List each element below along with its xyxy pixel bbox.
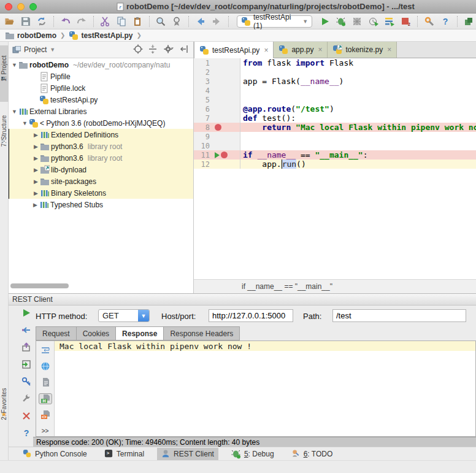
editor-breadcrumb[interactable]: if __name__ == "__main__" — [194, 279, 476, 293]
settings-button[interactable] — [422, 15, 436, 28]
chevron-right-icon[interactable]: ▶ — [33, 132, 39, 138]
chevron-down-icon[interactable]: ▼ — [11, 62, 18, 68]
code-line[interactable]: 1from flask import Flask — [194, 58, 476, 67]
tree-row[interactable]: ▶Typeshed Stubs — [9, 199, 193, 210]
wrench-button[interactable] — [21, 394, 31, 406]
chevron-right-icon[interactable]: ▶ — [33, 179, 39, 185]
editor-tab[interactable]: app.py× — [274, 42, 328, 58]
line-number[interactable]: 8 — [194, 123, 210, 132]
text-view-button[interactable] — [39, 377, 52, 387]
code-line[interactable]: 6@app.route("/test") — [194, 104, 476, 113]
debug-button[interactable] — [334, 15, 348, 28]
chevron-right-icon[interactable]: ▶ — [33, 155, 39, 161]
breadcrumb-item[interactable]: robotDemo — [5, 31, 56, 40]
coverage-data-button[interactable] — [382, 15, 396, 28]
submit-button[interactable] — [21, 308, 31, 320]
run-configuration-select[interactable]: testRestApi (1)▼ — [237, 15, 312, 28]
code-line[interactable]: 11if __name__ == "__main__": — [194, 150, 476, 160]
more-button[interactable]: >> — [39, 426, 52, 436]
chevron-right-icon[interactable]: ▶ — [33, 167, 39, 173]
code-line[interactable]: 9 — [194, 132, 476, 141]
tool-window-button-terminal[interactable]: >Terminal — [100, 448, 148, 460]
tree-row[interactable]: ▶python3.6library root — [9, 140, 193, 152]
tree-row[interactable]: ▼External Libraries — [9, 106, 193, 117]
line-number[interactable]: 11 — [194, 151, 210, 160]
cut-button[interactable] — [98, 15, 112, 28]
paste-button[interactable] — [130, 15, 144, 28]
editor-gutter[interactable]: 2 — [194, 67, 240, 77]
code-line[interactable]: 5 — [194, 95, 476, 104]
gear-button[interactable] — [163, 44, 175, 56]
tree-row[interactable]: ▶lib-dynload — [9, 164, 193, 175]
editor-gutter[interactable]: 3 — [194, 77, 240, 86]
chevron-right-icon[interactable]: ▶ — [33, 144, 39, 150]
line-number[interactable]: 6 — [194, 105, 210, 113]
export-button[interactable] — [21, 342, 31, 354]
code-line[interactable]: 3app = Flask(__name__) — [194, 77, 476, 86]
tool-window-button-rest-client[interactable]: REST Client — [157, 448, 218, 460]
sync-button[interactable] — [35, 15, 49, 28]
find-button[interactable] — [154, 15, 168, 28]
breadcrumb-item[interactable]: testRestApi.py — [69, 31, 132, 40]
tree-row[interactable]: ▶Binary Skeletons — [9, 187, 193, 199]
line-number[interactable]: 12 — [194, 160, 210, 169]
stop-button[interactable]: 2 — [399, 15, 413, 28]
run-button[interactable] — [318, 15, 332, 28]
rest-tab-response[interactable]: Response — [115, 326, 163, 340]
close-tab-icon[interactable]: × — [318, 45, 322, 54]
host-port-input[interactable] — [209, 309, 293, 322]
plugin-button[interactable] — [462, 15, 476, 28]
tool-window-button-todo[interactable]: 6: TODO — [287, 448, 337, 460]
tree-row[interactable]: ▶site-packages — [9, 175, 193, 187]
tree-row[interactable]: ▶Extended Definitions — [9, 129, 193, 140]
redo-button[interactable] — [74, 15, 88, 28]
editor-gutter[interactable]: 4 — [194, 86, 240, 95]
response-content[interactable]: Mac local Flask within pipenv work now ! — [55, 341, 475, 436]
chevron-right-icon[interactable]: ▶ — [32, 202, 39, 208]
tool-window-button-debug[interactable]: 5: Debug — [227, 448, 278, 460]
rest-help-button[interactable]: ? — [24, 428, 29, 438]
tree-row[interactable]: ▼< Python 3.6 (robotDemo-HXjMJQEQ) — [9, 117, 193, 129]
editor-gutter[interactable]: 8 — [194, 123, 240, 132]
chevron-down-icon[interactable]: ▼ — [21, 120, 28, 126]
editor-tab[interactable]: tokenize.py× — [328, 42, 397, 58]
project-horizontal-scrollbar[interactable] — [10, 283, 69, 288]
collapse-button[interactable] — [180, 44, 190, 56]
editor-gutter[interactable]: 12 — [194, 160, 240, 169]
chevron-right-icon[interactable]: ▶ — [33, 190, 39, 196]
editor-gutter[interactable]: 11 — [194, 150, 240, 160]
editor-gutter[interactable]: 7 — [194, 113, 240, 123]
line-number[interactable]: 9 — [194, 133, 210, 141]
html-view-button[interactable]: H — [39, 393, 52, 404]
breakpoint-icon[interactable] — [221, 152, 228, 158]
tree-row[interactable]: testRestApi.py — [9, 94, 193, 106]
tool-window-button-project[interactable]: 1: Project — [0, 45, 9, 102]
tool-window-button-python-console[interactable]: Python Console — [18, 448, 91, 460]
code-line[interactable]: 7def test(): — [194, 113, 476, 123]
undo-button[interactable] — [58, 15, 72, 28]
code-editor[interactable]: 1from flask import Flask23app = Flask(__… — [194, 58, 476, 279]
editor-gutter[interactable]: 5 — [194, 95, 240, 104]
tree-row[interactable]: ▶python3.6library root — [9, 152, 193, 164]
breakpoint-icon[interactable] — [215, 124, 221, 131]
line-number[interactable]: 5 — [194, 96, 210, 104]
locate-button[interactable] — [133, 44, 143, 56]
tree-row[interactable]: Pipfile.lock — [9, 82, 193, 94]
browser-button[interactable] — [39, 361, 52, 371]
code-line[interactable]: 8 return "Mac local Flask within pipenv … — [194, 123, 476, 132]
soft-wrap-button[interactable] — [39, 345, 52, 355]
rest-tab-response-headers[interactable]: Response Headers — [163, 326, 240, 340]
run-arrow-icon[interactable] — [215, 152, 220, 158]
rest-tab-request[interactable]: Request — [36, 326, 76, 340]
http-method-select[interactable]: GET ▼ — [98, 309, 150, 322]
open-button[interactable] — [2, 15, 17, 28]
forward-button[interactable] — [210, 15, 224, 28]
minimize-window-button[interactable] — [17, 3, 25, 10]
import-button[interactable] — [21, 360, 31, 371]
close-tab-icon[interactable]: × — [264, 46, 268, 55]
project-views-dropdown[interactable]: ▼ — [50, 47, 55, 53]
line-number[interactable]: 7 — [194, 114, 210, 123]
code-line[interactable]: 12 app.run() — [194, 160, 476, 169]
tree-row[interactable]: ▼robotDemo~/dev/dev_root/company/natu — [9, 59, 193, 71]
line-number[interactable]: 3 — [194, 77, 210, 86]
